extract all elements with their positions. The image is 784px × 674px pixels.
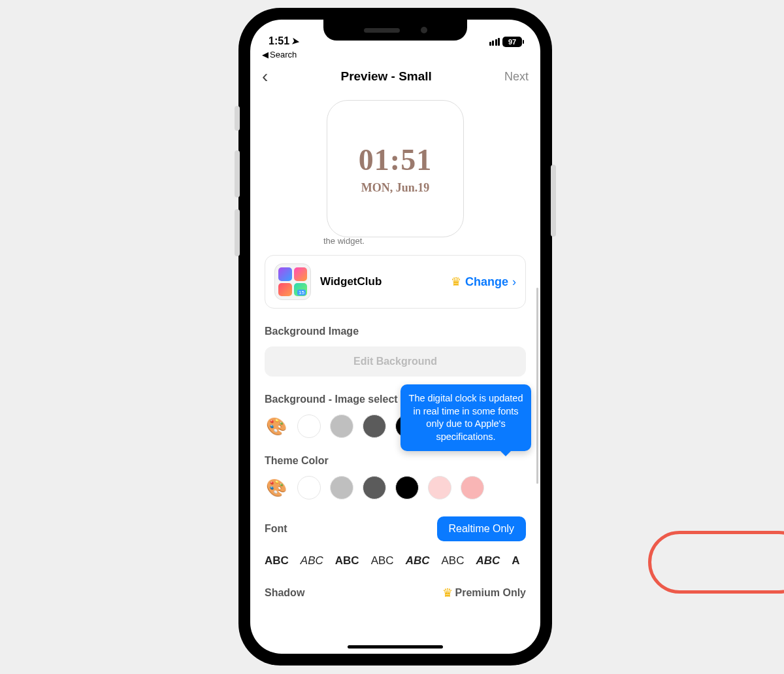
change-label: Change (465, 275, 508, 289)
theme-swatch-pink2[interactable] (461, 476, 484, 499)
realtime-tooltip: The digital clock is updated in real tim… (400, 384, 531, 451)
realtime-only-button[interactable]: Realtime Only (437, 516, 526, 541)
premium-only-label: Premium Only (455, 587, 526, 599)
chevron-right-icon: › (512, 275, 516, 289)
speaker-grille (364, 28, 400, 33)
home-indicator[interactable] (348, 645, 443, 649)
palette-icon[interactable]: 🎨 (265, 414, 288, 438)
volume-down-button (235, 209, 240, 256)
section-theme-color: Theme Color (265, 455, 526, 467)
font-samples-row: ABC ABC ABC ABC ABC ABC ABC A (265, 554, 526, 567)
theme-swatch-darkgray[interactable] (363, 476, 386, 499)
open-app-subtext: the widget. (323, 236, 526, 246)
back-app-label: Search (270, 50, 297, 59)
bg-swatch-darkgray[interactable] (363, 414, 386, 438)
theme-swatch-white[interactable] (297, 476, 321, 499)
front-camera (421, 27, 427, 33)
section-shadow: Shadow (265, 587, 304, 599)
power-button (551, 165, 556, 237)
mute-switch (235, 106, 240, 131)
battery-indicator: 97 (502, 37, 522, 47)
widget-preview: 01:51 MON, Jun.19 (327, 100, 464, 237)
font-sample-6[interactable]: ABC (441, 554, 464, 567)
crown-icon: ♛ (442, 586, 453, 600)
back-to-app[interactable]: ◀ Search (250, 48, 540, 59)
font-sample-8[interactable]: A (512, 554, 519, 567)
signal-icon (489, 38, 500, 46)
next-button[interactable]: Next (504, 70, 529, 84)
font-sample-5[interactable]: ABC (406, 554, 430, 567)
nav-bar: ‹ Preview - Small Next (250, 59, 540, 91)
open-app-card[interactable]: WidgetClub ♛ Change › (265, 255, 526, 309)
widget-date: MON, Jun.19 (361, 181, 430, 195)
back-button[interactable]: ‹ (262, 66, 268, 87)
status-time: 1:51 (269, 35, 289, 47)
section-background-image: Background Image (265, 326, 526, 337)
back-caret-icon: ◀ (262, 50, 269, 59)
volume-up-button (235, 150, 240, 197)
theme-swatch-pink1[interactable] (428, 476, 451, 499)
section-font: Font (265, 523, 287, 535)
palette-icon[interactable]: 🎨 (265, 476, 288, 499)
font-sample-2[interactable]: ABC (301, 554, 323, 567)
font-sample-3[interactable]: ABC (335, 554, 359, 567)
app-name: WidgetClub (320, 275, 442, 288)
change-app-button[interactable]: ♛ Change › (451, 275, 516, 289)
crown-icon: ♛ (451, 275, 461, 289)
bg-swatch-white[interactable] (297, 414, 321, 438)
phone-frame: 1:51 ➤ 97 ◀ Search ‹ Preview - Small Nex… (238, 8, 552, 666)
annotation-highlight (648, 531, 784, 594)
font-sample-7[interactable]: ABC (476, 554, 500, 567)
scroll-indicator[interactable] (536, 288, 538, 484)
theme-swatch-lightgray[interactable] (330, 476, 353, 499)
phone-screen: 1:51 ➤ 97 ◀ Search ‹ Preview - Small Nex… (250, 20, 540, 654)
notch (323, 20, 467, 41)
widget-time: 01:51 (359, 143, 432, 177)
premium-only-badge: ♛ Premium Only (442, 586, 526, 600)
edit-background-button[interactable]: Edit Background (265, 346, 526, 377)
font-sample-1[interactable]: ABC (265, 554, 289, 567)
app-icon (274, 263, 311, 300)
font-sample-4[interactable]: ABC (371, 554, 394, 567)
page-title: Preview - Small (268, 69, 504, 84)
location-icon: ➤ (291, 35, 301, 47)
theme-color-row: 🎨 (265, 476, 526, 499)
theme-swatch-black[interactable] (395, 476, 419, 499)
bg-swatch-lightgray[interactable] (330, 414, 353, 438)
